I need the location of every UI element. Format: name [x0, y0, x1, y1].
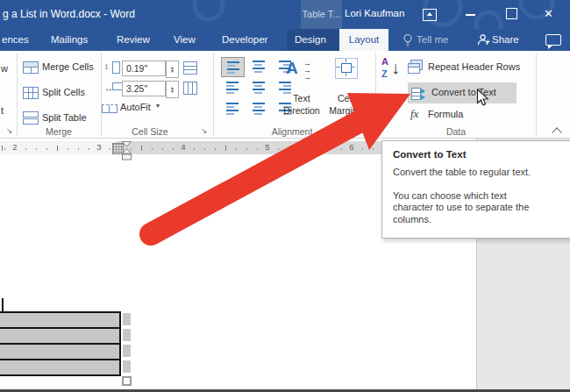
ruler-number: 2	[11, 142, 18, 152]
document-table-selected[interactable]	[0, 311, 121, 376]
minimize-button[interactable]	[466, 14, 475, 16]
close-button[interactable]: ✕	[544, 7, 553, 20]
convert-to-text-arrow-icon	[421, 89, 425, 94]
cell-size-group-label: Cell Size	[101, 126, 199, 137]
tab-review[interactable]: Review	[117, 34, 150, 45]
cell-margins-label-2: Margins	[324, 105, 367, 117]
sort-z-icon: Z	[381, 68, 388, 79]
end-of-row-marker	[123, 313, 131, 325]
sort-label: Sort	[379, 93, 405, 104]
share-button[interactable]: Share	[492, 34, 519, 45]
tab-references-clipped[interactable]: ences	[2, 34, 29, 45]
cell-margins-label-1: Cell	[324, 93, 367, 104]
align-bottom-center-button[interactable]	[247, 99, 269, 118]
split-table-button[interactable]: Split Table	[23, 111, 100, 127]
row-height-icon: ↕	[104, 61, 109, 71]
alignment-group-label: Alignment	[213, 126, 371, 137]
convert-to-text-tooltip: Convert to Text Convert the table to reg…	[381, 140, 570, 239]
comments-icon[interactable]	[545, 34, 561, 46]
autofit-icon	[102, 104, 118, 113]
align-top-left-icon	[227, 61, 239, 74]
sort-down-arrow-icon: ↓	[391, 58, 400, 78]
row-height-input[interactable]	[122, 61, 166, 76]
ruler-number: 6	[347, 142, 355, 152]
signed-in-user[interactable]: Lori Kaufman	[345, 8, 404, 18]
cell-margins-button[interactable]: Cell Margins	[324, 55, 367, 125]
distribute-columns-button[interactable]	[183, 82, 197, 95]
ruler-number: 5	[263, 142, 271, 152]
tooltip-body-2: You can choose which text character to u…	[393, 190, 544, 226]
text-cursor-caret	[2, 298, 4, 311]
tab-design[interactable]: Design	[295, 34, 326, 45]
maximize-button[interactable]	[506, 8, 517, 19]
align-bottom-left-icon	[226, 103, 239, 115]
align-center-button[interactable]	[247, 78, 269, 96]
split-cells-button[interactable]: Split Cells	[23, 86, 100, 102]
contextual-tab-group-table-tools[interactable]: Table T...	[301, 0, 342, 29]
sort-button[interactable]: A Z ↓ Sort	[379, 56, 405, 109]
ruler-number: 4	[179, 142, 187, 152]
table-row[interactable]	[0, 345, 119, 360]
repeat-header-rows-button[interactable]: Repeat Header Rows	[407, 59, 519, 76]
end-of-row-marker	[123, 345, 131, 357]
repeat-header-rows-label: Repeat Header Rows	[428, 61, 520, 72]
align-center-left-button[interactable]	[221, 78, 243, 96]
autofit-dropdown-icon: ▾	[156, 102, 160, 110]
formula-button[interactable]: fx Formula	[407, 106, 495, 124]
distribute-rows-button[interactable]	[183, 61, 197, 75]
sort-a-icon: A	[381, 56, 388, 67]
align-bottom-center-icon	[253, 103, 265, 115]
ribbon-tab-row: ences Mailings Review View Developer Des…	[0, 29, 570, 51]
text-direction-label-2: Direction	[279, 105, 324, 117]
align-top-center-button[interactable]	[247, 57, 269, 75]
spin-down-icon[interactable]: ▼	[170, 69, 175, 73]
split-table-label: Split Table	[42, 112, 87, 123]
text-direction-button[interactable]: A →→→ Text Direction	[279, 55, 324, 125]
merge-cells-icon	[23, 61, 39, 74]
ribbon-display-options-button[interactable]	[423, 9, 437, 21]
table-row[interactable]	[0, 313, 119, 329]
cell-size-dialog-launcher-icon[interactable]: ↘	[201, 127, 208, 135]
tell-me-box[interactable]: Tell me	[417, 34, 448, 45]
spin-down-icon[interactable]: ▼	[170, 89, 175, 93]
tab-layout-active[interactable]: Layout	[339, 29, 388, 51]
end-of-row-marker	[123, 360, 131, 373]
convert-to-text-icon	[411, 88, 421, 100]
row-height-icon-box	[112, 61, 120, 74]
tab-developer[interactable]: Developer	[222, 34, 267, 45]
title-bar: g a List in Word.docx - Word Table T... …	[0, 0, 570, 29]
table-resize-handle[interactable]	[122, 376, 132, 386]
data-group-label: Data	[375, 126, 537, 137]
split-cells-icon	[23, 87, 39, 99]
ruler-number: 3	[95, 142, 103, 152]
row-height-spinner[interactable]: ▲ ▼	[166, 61, 179, 78]
split-cells-label: Split Cells	[42, 87, 85, 97]
tab-view[interactable]: View	[174, 34, 196, 45]
clipped-button-label-t[interactable]: t	[1, 105, 4, 116]
autofit-label: AutoFit	[120, 102, 151, 112]
column-width-spinner[interactable]: ▲ ▼	[166, 81, 179, 98]
ruler-indent-markers[interactable]	[122, 141, 132, 161]
merge-cells-button[interactable]: Merge Cells	[23, 61, 100, 76]
text-direction-arrows-icon: →→→	[303, 60, 311, 81]
merge-group-label: Merge	[17, 126, 101, 137]
align-top-left-button[interactable]	[221, 57, 245, 77]
split-table-icon	[23, 111, 39, 118]
convert-to-text-button[interactable]: Convert to Text	[408, 82, 517, 103]
text-direction-label-1: Text	[279, 93, 324, 104]
word-window: g a List in Word.docx - Word Table T... …	[0, 0, 570, 392]
rows-columns-dialog-launcher-icon[interactable]: ↘	[6, 127, 13, 135]
collapse-ribbon-chevron-icon[interactable]	[552, 127, 561, 137]
table-row[interactable]	[0, 329, 119, 345]
table-row[interactable]	[0, 360, 119, 374]
cell-margins-icon	[335, 58, 358, 79]
align-bottom-left-button[interactable]	[221, 99, 243, 118]
clipped-button-label-w[interactable]: w	[1, 63, 8, 74]
formula-fx-icon: fx	[410, 107, 418, 121]
autofit-button[interactable]: AutoFit ▾	[102, 100, 172, 116]
tab-mailings[interactable]: Mailings	[51, 34, 88, 45]
lightbulb-icon	[403, 33, 413, 47]
merge-cells-label: Merge Cells	[42, 61, 94, 72]
column-width-input[interactable]	[122, 81, 166, 96]
mouse-pointer	[476, 89, 489, 107]
